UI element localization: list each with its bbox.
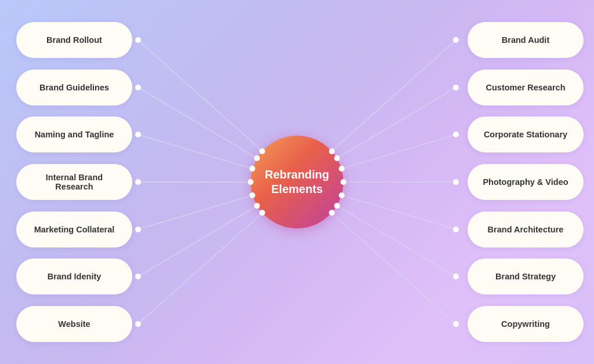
pill-naming-tagline: Naming and Tagline: [16, 117, 132, 152]
dot-internal-brand-pill: [135, 179, 141, 185]
pill-brand-strategy: Brand Strategy: [468, 259, 584, 294]
dot-brand-audit-center: [329, 148, 335, 154]
dot-customer-research-pill: [453, 85, 459, 90]
dot-brand-audit-pill: [453, 37, 459, 43]
pill-photo-video: Photography & Video: [468, 164, 584, 200]
dot-brand-arch-pill: [453, 227, 459, 232]
pill-brand-rollout: Brand Rollout: [16, 22, 132, 58]
mind-map-canvas: RebrandingElements Brand RolloutBrand Gu…: [0, 0, 594, 364]
dot-copywriting-center: [329, 210, 335, 216]
dot-copywriting-pill: [453, 321, 459, 327]
pill-internal-brand: Internal Brand Research: [16, 164, 132, 200]
line-brand-audit: [332, 40, 456, 151]
pill-copywriting: Copywriting: [468, 306, 584, 342]
dot-photo-video-pill: [453, 179, 459, 185]
dot-website-pill: [135, 321, 141, 327]
dot-website-center: [259, 210, 265, 216]
dot-marketing-coll-center: [249, 192, 255, 198]
pill-marketing-coll: Marketing Collateral: [16, 212, 132, 247]
line-website: [138, 213, 262, 324]
dot-brand-strategy-pill: [453, 274, 459, 279]
dot-brand-rollout-center: [259, 148, 265, 154]
pill-corp-stationary: Corporate Stationary: [468, 117, 584, 152]
line-brand-identity: [138, 206, 257, 276]
pill-customer-research: Customer Research: [468, 70, 584, 105]
dot-brand-arch-center: [339, 192, 345, 198]
dot-brand-identity-pill: [135, 274, 141, 279]
line-corp-stationary: [342, 134, 456, 169]
pill-website: Website: [16, 306, 132, 342]
line-customer-research: [337, 88, 456, 158]
dot-brand-rollout-pill: [135, 37, 141, 43]
line-brand-strategy: [337, 206, 456, 276]
line-naming-tagline: [138, 134, 252, 169]
dot-brand-identity-center: [254, 203, 260, 209]
center-label: RebrandingElements: [265, 168, 329, 196]
dot-photo-video-center: [341, 179, 346, 185]
dot-corp-stationary-pill: [453, 132, 459, 137]
pill-brand-guidelines: Brand Guidelines: [16, 70, 132, 105]
dot-naming-tagline-center: [249, 166, 255, 172]
dot-brand-guidelines-pill: [135, 85, 141, 90]
pill-brand-arch: Brand Architecture: [468, 212, 584, 247]
dot-marketing-coll-pill: [135, 227, 141, 232]
dot-corp-stationary-center: [339, 166, 345, 172]
dot-brand-guidelines-center: [254, 155, 260, 161]
line-marketing-coll: [138, 195, 252, 230]
line-brand-arch: [342, 195, 456, 230]
dot-brand-strategy-center: [334, 203, 340, 209]
line-brand-rollout: [138, 40, 262, 151]
pill-brand-audit: Brand Audit: [468, 22, 584, 58]
dot-naming-tagline-pill: [135, 132, 141, 137]
line-brand-guidelines: [138, 88, 257, 158]
dot-internal-brand-center: [248, 179, 253, 185]
dot-customer-research-center: [334, 155, 340, 161]
line-copywriting: [332, 213, 456, 324]
pill-brand-identity: Brand Idenity: [16, 259, 132, 294]
